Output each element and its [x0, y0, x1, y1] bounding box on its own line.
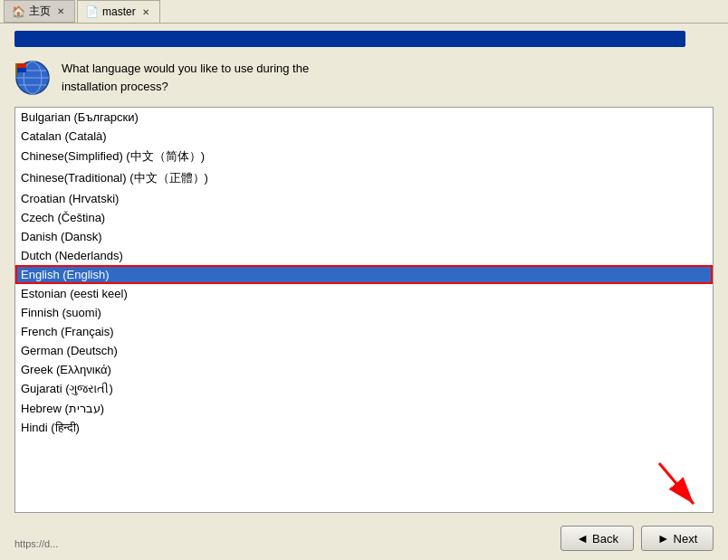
- tab-master-label: master: [102, 5, 136, 18]
- list-item[interactable]: Chinese(Traditional) (中文（正體）): [15, 167, 713, 189]
- tab-master-close[interactable]: ✕: [139, 5, 152, 18]
- tab-home[interactable]: 🏠 主页 ✕: [4, 0, 75, 23]
- header-question: What language would you like to use duri…: [62, 60, 309, 95]
- svg-rect-6: [17, 63, 26, 68]
- progress-bar-container: [0, 24, 728, 51]
- svg-rect-5: [15, 63, 17, 76]
- list-item[interactable]: Gujarati (ગુજરાતી): [15, 379, 713, 399]
- next-label: Next: [674, 532, 698, 546]
- language-list[interactable]: Bulgarian (Български)Catalan (Català)Chi…: [15, 108, 713, 512]
- tab-master[interactable]: 📄 master ✕: [77, 0, 160, 23]
- list-item[interactable]: Greek (Ελληνικά): [15, 360, 713, 379]
- master-icon: 📄: [85, 5, 99, 18]
- list-item[interactable]: Hebrew (עברית): [15, 399, 713, 418]
- list-item[interactable]: English (English): [15, 265, 713, 284]
- list-item[interactable]: Bulgarian (Български): [15, 108, 713, 127]
- header-section: What language would you like to use duri…: [0, 51, 728, 103]
- url-hint: https://d...: [14, 538, 58, 549]
- list-item[interactable]: Danish (Dansk): [15, 227, 713, 246]
- next-button[interactable]: ► Next: [641, 526, 714, 551]
- list-item[interactable]: Hindi (हिन्दी): [15, 418, 713, 438]
- next-icon: ►: [657, 531, 670, 546]
- home-icon: 🏠: [12, 5, 25, 18]
- list-item[interactable]: Czech (Čeština): [15, 208, 713, 227]
- title-bar: 🏠 主页 ✕ 📄 master ✕: [0, 0, 728, 24]
- bottom-bar: https://d... ◄ Back ► Next: [0, 520, 728, 560]
- list-item[interactable]: Estonian (eesti keel): [15, 284, 713, 303]
- svg-rect-7: [17, 68, 26, 72]
- progress-bar: [14, 31, 685, 47]
- tab-home-close[interactable]: ✕: [54, 5, 67, 18]
- list-item[interactable]: Catalan (Català): [15, 127, 713, 146]
- tab-home-label: 主页: [29, 4, 51, 19]
- list-item[interactable]: Croatian (Hrvatski): [15, 189, 713, 208]
- back-button[interactable]: ◄ Back: [560, 526, 634, 551]
- list-item[interactable]: Finnish (suomi): [15, 303, 713, 322]
- back-label: Back: [592, 532, 618, 546]
- content-area: What language would you like to use duri…: [0, 24, 728, 560]
- language-list-container: Bulgarian (Български)Catalan (Català)Chi…: [14, 107, 714, 513]
- list-item[interactable]: Dutch (Nederlands): [15, 246, 713, 265]
- list-item[interactable]: French (Français): [15, 322, 713, 341]
- globe-icon: [14, 60, 51, 96]
- list-item[interactable]: German (Deutsch): [15, 341, 713, 360]
- back-icon: ◄: [576, 531, 589, 546]
- list-item[interactable]: Chinese(Simplified) (中文（简体）): [15, 146, 713, 167]
